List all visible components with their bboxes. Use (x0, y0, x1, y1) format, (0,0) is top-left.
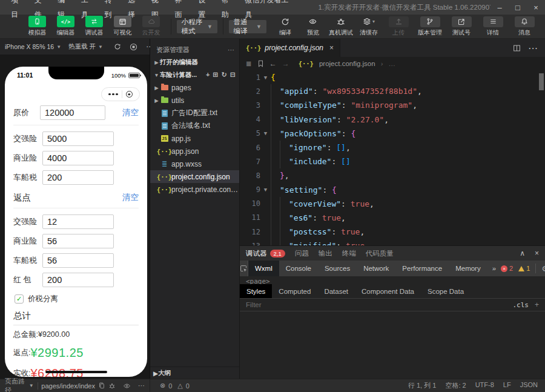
clear-price-link[interactable]: 清空 (122, 107, 139, 118)
cls-toggle[interactable]: .cls (512, 301, 529, 309)
debugger-tab-调试器[interactable]: 调试器2,1 (246, 249, 285, 258)
预览-button[interactable]: 预览 (299, 16, 327, 37)
new-folder-icon[interactable]: ⊞ (213, 71, 218, 79)
refresh-icon[interactable]: ↻ (222, 71, 227, 79)
debugger-tab-问题[interactable]: 问题 (295, 249, 309, 258)
file-item-project.private.config.js-[interactable]: {··}project.private.config.js… (150, 183, 239, 196)
more-icon[interactable]: ⋯ (228, 46, 234, 54)
测试号-button[interactable]: 测试号 (446, 16, 477, 37)
清缓存-button[interactable]: ▾清缓存 (355, 16, 383, 37)
breadcrumb-file[interactable]: project.config.json (319, 60, 375, 67)
refresh-icon[interactable] (114, 43, 121, 50)
statusbar-item-4[interactable]: JSON (520, 381, 538, 390)
devtools-tab-console[interactable]: Console (279, 261, 318, 276)
statusbar-item-3[interactable]: LF (503, 381, 511, 390)
compile-mode-select[interactable]: 普通编译 ▼ (229, 20, 266, 33)
filter-input[interactable]: Filter (246, 301, 262, 308)
hot-reload-toggle[interactable]: 热重载 开 (68, 42, 96, 51)
fold-icon[interactable]: ▼ (260, 130, 271, 136)
close-icon[interactable]: × (535, 249, 539, 257)
warning-count[interactable]: 1 (518, 265, 530, 272)
minimize-button[interactable]: – (490, 0, 509, 15)
编辑器-button[interactable]: </>编辑器 (51, 16, 80, 37)
file-item-project.config.json[interactable]: {··}project.config.json (150, 170, 239, 183)
error-count[interactable]: × 2 (501, 265, 513, 272)
more-icon[interactable] (108, 93, 118, 96)
more-icon[interactable]: ⋯ (138, 382, 145, 390)
fold-icon[interactable]: ▼ (260, 75, 271, 81)
rebate-input[interactable]: 200 (42, 273, 114, 287)
style-tab-dataset[interactable]: Dataset (317, 284, 355, 298)
devtools-tab-wxml[interactable]: Wxml (248, 261, 279, 276)
消息-button[interactable]: 消息 (509, 16, 540, 37)
insurance-input[interactable]: 200 (42, 170, 114, 185)
模拟器-button[interactable]: 模拟器 (23, 16, 51, 37)
inspect-element-icon[interactable] (240, 261, 248, 276)
style-tab-component-data[interactable]: Component Data (355, 284, 421, 298)
devtools-tab-network[interactable]: Network (357, 261, 395, 276)
outline-list-icon[interactable]: ≣ (246, 59, 252, 68)
详情-button[interactable]: 详情 (477, 16, 509, 37)
stop-icon[interactable] (130, 43, 137, 51)
breadcrumb-more[interactable]: … (388, 60, 395, 67)
debug-icon[interactable] (108, 382, 116, 390)
devtools-tab-sources[interactable]: Sources (318, 261, 357, 276)
devtools-tab-memory[interactable]: Memory (449, 261, 487, 276)
statusbar-item-1[interactable]: 空格: 2 (445, 381, 466, 390)
new-style-rule-icon[interactable]: + (535, 301, 539, 309)
editor-tab[interactable]: {··} project.config.json × (240, 39, 340, 57)
rebate-input[interactable]: 12 (42, 214, 114, 229)
collapse-all-icon[interactable]: ⊟ (230, 71, 236, 79)
debugger-tab-终端[interactable]: 终端 (342, 249, 356, 258)
close-target-icon[interactable] (126, 91, 133, 98)
open-editors-section[interactable]: ▶ 打开的编辑器 (150, 56, 239, 68)
可视化-button[interactable]: 可视化 (108, 16, 137, 37)
element-tree-snippet[interactable]: <page> (240, 276, 545, 284)
file-item-app.js[interactable]: JSapp.js (150, 132, 239, 145)
close-button[interactable]: × (527, 0, 545, 15)
rebate-input[interactable]: 56 (42, 234, 114, 248)
clear-rebate-link[interactable]: 清空 (122, 192, 139, 203)
style-tab-styles[interactable]: Styles (240, 284, 272, 298)
outline-section[interactable]: ▶ 大纲 (150, 367, 239, 379)
collapse-icon[interactable]: ∧ (520, 249, 525, 257)
code-area[interactable]: 1▼{2"appid": "wx8953347352f88b1d",3"comp… (240, 70, 545, 245)
devtools-tab-performance[interactable]: Performance (395, 261, 449, 276)
editor-scrollbar[interactable] (539, 73, 544, 90)
page-path-label[interactable]: 页面路径 (5, 377, 25, 392)
file-item-pages[interactable]: ▶pages (150, 81, 239, 94)
rebate-input[interactable]: 56 (42, 253, 114, 268)
new-file-icon[interactable]: + (206, 71, 210, 79)
fold-icon[interactable]: ▼ (260, 187, 271, 193)
split-editor-icon[interactable] (513, 44, 521, 52)
file-item-app.json[interactable]: {··}app.json (150, 145, 239, 158)
price-input[interactable]: 120000 (40, 105, 105, 120)
problems-summary[interactable]: ⊗ 0 △ 0 (150, 382, 190, 390)
back-icon[interactable]: ← (269, 59, 277, 68)
more-tabs-icon[interactable]: » (487, 265, 501, 272)
more-icon[interactable]: ⋯ (528, 42, 538, 54)
调试器-button[interactable]: 调试器 (80, 16, 108, 37)
gear-icon[interactable]: ⚙ (541, 264, 545, 273)
style-tab-computed[interactable]: Computed (272, 284, 317, 298)
file-item-utils[interactable]: ▶utils (150, 94, 239, 107)
maximize-button[interactable]: □ (509, 0, 527, 15)
insurance-input[interactable]: 4000 (42, 151, 114, 165)
statusbar-item-2[interactable]: UTF-8 (475, 381, 494, 390)
debugger-tab-输出[interactable]: 输出 (319, 249, 332, 258)
真机调试-button[interactable]: 真机调试 (327, 16, 355, 37)
tax-separate-checkbox[interactable]: ✓ (15, 294, 24, 304)
home-indicator[interactable] (45, 371, 107, 373)
file-item-app.wxss[interactable]: ≣app.wxss (150, 158, 239, 170)
miniprogram-capsule[interactable] (101, 87, 140, 101)
file-item---ID--.txt[interactable]: 广告ID配置.txt (150, 107, 239, 119)
close-icon[interactable]: × (329, 44, 334, 52)
project-root-section[interactable]: ▼ 车险计算器... + ⊞ ↻ ⊟ (150, 68, 239, 81)
device-select[interactable]: iPhone X 85% 16 (5, 43, 54, 50)
编译-button[interactable]: 编译 (271, 16, 299, 37)
mode-select[interactable]: 小程序模式 ▼ (177, 20, 218, 33)
statusbar-item-0[interactable]: 行 1, 列 1 (408, 381, 436, 390)
eye-icon[interactable] (123, 382, 131, 390)
bookmark-icon[interactable] (257, 60, 264, 67)
forward-icon[interactable]: → (282, 59, 289, 68)
